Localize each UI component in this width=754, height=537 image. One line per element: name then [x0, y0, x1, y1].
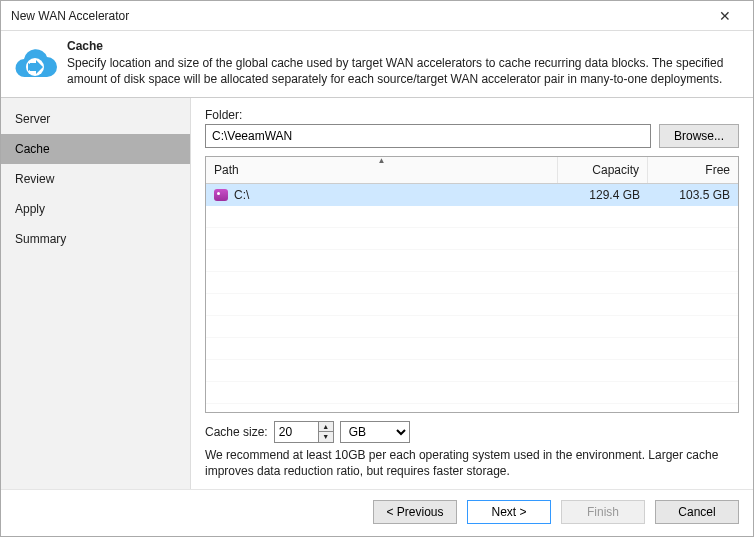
wizard-window: New WAN Accelerator ✕ Cache Specify loca…	[0, 0, 754, 537]
step-review[interactable]: Review	[1, 164, 190, 194]
header-title: Cache	[67, 39, 743, 53]
previous-button[interactable]: < Previous	[373, 500, 457, 524]
spinner-down-icon[interactable]: ▼	[318, 431, 334, 443]
cache-size-spinner[interactable]: ▲ ▼	[274, 421, 334, 443]
table-row[interactable]: C:\ 129.4 GB 103.5 GB	[206, 184, 738, 206]
wizard-steps: Server Cache Review Apply Summary	[1, 98, 191, 489]
sort-asc-icon: ▲	[378, 156, 386, 165]
cell-path: C:\	[234, 188, 249, 202]
cell-capacity: 129.4 GB	[558, 188, 648, 202]
close-icon: ✕	[719, 8, 731, 24]
step-summary[interactable]: Summary	[1, 224, 190, 254]
next-button[interactable]: Next >	[467, 500, 551, 524]
spinner-up-icon[interactable]: ▲	[318, 421, 334, 432]
table-header: Path ▲ Capacity Free	[206, 157, 738, 184]
cell-free: 103.5 GB	[648, 188, 738, 202]
cache-hint: We recommend at least 10GB per each oper…	[205, 447, 739, 479]
cache-unit-select[interactable]: GB	[340, 421, 410, 443]
cancel-button[interactable]: Cancel	[655, 500, 739, 524]
step-server[interactable]: Server	[1, 104, 190, 134]
title-bar: New WAN Accelerator ✕	[1, 1, 753, 31]
folder-input[interactable]	[205, 124, 651, 148]
col-path[interactable]: Path ▲	[206, 157, 558, 183]
close-button[interactable]: ✕	[705, 2, 745, 30]
step-apply[interactable]: Apply	[1, 194, 190, 224]
wizard-body: Server Cache Review Apply Summary Folder…	[1, 98, 753, 489]
col-capacity[interactable]: Capacity	[558, 157, 648, 183]
header-description: Specify location and size of the global …	[67, 55, 743, 87]
wizard-header: Cache Specify location and size of the g…	[1, 31, 753, 98]
cache-size-input[interactable]	[274, 421, 318, 443]
table-body[interactable]: C:\ 129.4 GB 103.5 GB	[206, 184, 738, 411]
volumes-table: Path ▲ Capacity Free C:\ 129.4 GB 103.5 …	[205, 156, 739, 412]
cache-size-label: Cache size:	[205, 425, 268, 439]
col-free[interactable]: Free	[648, 157, 738, 183]
content-panel: Folder: Browse... Path ▲ Capacity Free	[191, 98, 753, 489]
finish-button: Finish	[561, 500, 645, 524]
step-cache[interactable]: Cache	[1, 134, 190, 164]
wizard-footer: < Previous Next > Finish Cancel	[1, 489, 753, 536]
browse-button[interactable]: Browse...	[659, 124, 739, 148]
disk-icon	[214, 189, 228, 201]
window-title: New WAN Accelerator	[11, 9, 129, 23]
cloud-arrow-icon	[11, 39, 59, 87]
folder-label: Folder:	[205, 108, 739, 122]
